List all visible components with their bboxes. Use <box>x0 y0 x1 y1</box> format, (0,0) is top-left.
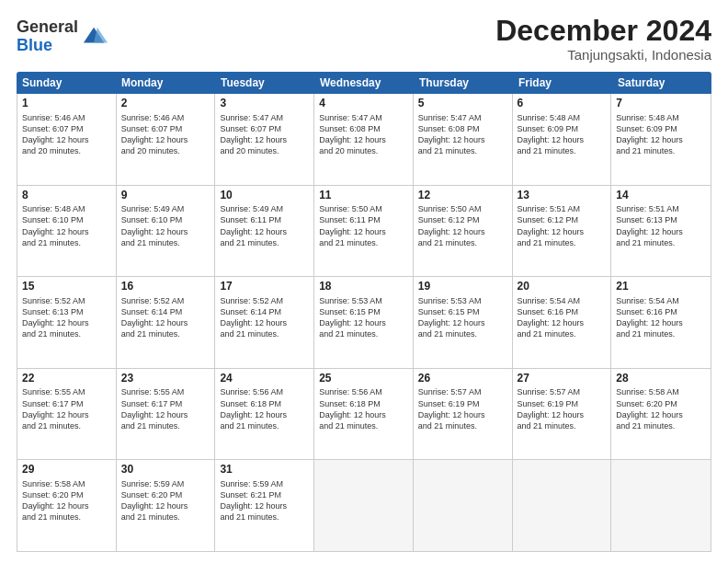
day-number: 26 <box>418 372 507 386</box>
day-number: 11 <box>319 189 408 203</box>
cell-info: Sunrise: 5:47 AM Sunset: 6:08 PM Dayligh… <box>319 112 408 157</box>
calendar-header-cell: Thursday <box>414 72 513 94</box>
cell-info: Sunrise: 5:46 AM Sunset: 6:07 PM Dayligh… <box>121 112 210 157</box>
cell-info: Sunrise: 5:49 AM Sunset: 6:11 PM Dayligh… <box>220 203 309 248</box>
day-number: 21 <box>616 280 706 294</box>
cell-info: Sunrise: 5:48 AM Sunset: 6:09 PM Dayligh… <box>616 112 706 157</box>
cell-info: Sunrise: 5:48 AM Sunset: 6:10 PM Dayligh… <box>22 203 111 248</box>
calendar-cell: 30Sunrise: 5:59 AM Sunset: 6:20 PM Dayli… <box>117 460 216 551</box>
calendar-cell: 14Sunrise: 5:51 AM Sunset: 6:13 PM Dayli… <box>611 186 711 277</box>
calendar-cell: 22Sunrise: 5:55 AM Sunset: 6:17 PM Dayli… <box>17 369 117 460</box>
day-number: 7 <box>616 97 706 111</box>
calendar-cell: 28Sunrise: 5:58 AM Sunset: 6:20 PM Dayli… <box>611 369 711 460</box>
cell-info: Sunrise: 5:58 AM Sunset: 6:20 PM Dayligh… <box>616 386 706 431</box>
cell-info: Sunrise: 5:57 AM Sunset: 6:19 PM Dayligh… <box>518 386 607 431</box>
cell-info: Sunrise: 5:48 AM Sunset: 6:09 PM Dayligh… <box>518 112 607 157</box>
logo-icon <box>82 24 108 50</box>
cell-info: Sunrise: 5:55 AM Sunset: 6:17 PM Dayligh… <box>121 386 210 431</box>
calendar-cell: 20Sunrise: 5:54 AM Sunset: 6:16 PM Dayli… <box>513 277 612 368</box>
day-number: 29 <box>22 463 111 477</box>
calendar-cell <box>414 460 513 551</box>
calendar-cell: 7Sunrise: 5:48 AM Sunset: 6:09 PM Daylig… <box>611 94 711 185</box>
day-number: 24 <box>220 372 309 386</box>
calendar-cell: 6Sunrise: 5:48 AM Sunset: 6:09 PM Daylig… <box>513 94 612 185</box>
calendar-cell: 25Sunrise: 5:56 AM Sunset: 6:18 PM Dayli… <box>314 369 414 460</box>
cell-info: Sunrise: 5:59 AM Sunset: 6:21 PM Dayligh… <box>220 478 309 523</box>
calendar-header-cell: Tuesday <box>215 72 314 94</box>
month-title: December 2024 <box>495 15 711 47</box>
cell-info: Sunrise: 5:52 AM Sunset: 6:14 PM Dayligh… <box>121 295 210 340</box>
cell-info: Sunrise: 5:47 AM Sunset: 6:07 PM Dayligh… <box>220 112 309 157</box>
calendar-cell: 1Sunrise: 5:46 AM Sunset: 6:07 PM Daylig… <box>17 94 117 185</box>
cell-info: Sunrise: 5:57 AM Sunset: 6:19 PM Dayligh… <box>418 386 507 431</box>
calendar-cell: 21Sunrise: 5:54 AM Sunset: 6:16 PM Dayli… <box>611 277 711 368</box>
svg-marker-1 <box>94 28 108 43</box>
cell-info: Sunrise: 5:59 AM Sunset: 6:20 PM Dayligh… <box>121 478 210 523</box>
cell-info: Sunrise: 5:52 AM Sunset: 6:14 PM Dayligh… <box>220 295 309 340</box>
cell-info: Sunrise: 5:53 AM Sunset: 6:15 PM Dayligh… <box>418 295 507 340</box>
calendar-cell: 11Sunrise: 5:50 AM Sunset: 6:11 PM Dayli… <box>314 186 414 277</box>
calendar-cell: 26Sunrise: 5:57 AM Sunset: 6:19 PM Dayli… <box>414 369 513 460</box>
calendar-week: 29Sunrise: 5:58 AM Sunset: 6:20 PM Dayli… <box>17 459 711 551</box>
day-number: 17 <box>220 280 309 294</box>
calendar-cell <box>314 460 414 551</box>
day-number: 25 <box>319 372 408 386</box>
calendar-week: 22Sunrise: 5:55 AM Sunset: 6:17 PM Dayli… <box>17 368 711 460</box>
day-number: 13 <box>518 189 607 203</box>
day-number: 28 <box>616 372 706 386</box>
calendar-week: 1Sunrise: 5:46 AM Sunset: 6:07 PM Daylig… <box>17 94 711 185</box>
cell-info: Sunrise: 5:50 AM Sunset: 6:12 PM Dayligh… <box>418 203 507 248</box>
calendar-header-cell: Wednesday <box>314 72 414 94</box>
cell-info: Sunrise: 5:56 AM Sunset: 6:18 PM Dayligh… <box>220 386 309 431</box>
calendar-cell: 15Sunrise: 5:52 AM Sunset: 6:13 PM Dayli… <box>17 277 117 368</box>
day-number: 6 <box>518 97 607 111</box>
calendar-cell: 23Sunrise: 5:55 AM Sunset: 6:17 PM Dayli… <box>117 369 216 460</box>
day-number: 10 <box>220 189 309 203</box>
cell-info: Sunrise: 5:52 AM Sunset: 6:13 PM Dayligh… <box>22 295 111 340</box>
day-number: 1 <box>22 97 111 111</box>
calendar-cell: 27Sunrise: 5:57 AM Sunset: 6:19 PM Dayli… <box>513 369 612 460</box>
calendar-cell: 13Sunrise: 5:51 AM Sunset: 6:12 PM Dayli… <box>513 186 612 277</box>
title-block: December 2024 Tanjungsakti, Indonesia <box>495 15 711 63</box>
cell-info: Sunrise: 5:58 AM Sunset: 6:20 PM Dayligh… <box>22 478 111 523</box>
calendar-cell: 10Sunrise: 5:49 AM Sunset: 6:11 PM Dayli… <box>215 186 314 277</box>
calendar-week: 8Sunrise: 5:48 AM Sunset: 6:10 PM Daylig… <box>17 185 711 277</box>
logo-blue: Blue <box>17 36 52 54</box>
calendar-cell: 2Sunrise: 5:46 AM Sunset: 6:07 PM Daylig… <box>117 94 216 185</box>
calendar-cell: 29Sunrise: 5:58 AM Sunset: 6:20 PM Dayli… <box>17 460 117 551</box>
calendar-cell <box>611 460 711 551</box>
day-number: 20 <box>518 280 607 294</box>
page: General Blue December 2024 Tanjungsakti,… <box>0 0 728 563</box>
calendar-cell: 16Sunrise: 5:52 AM Sunset: 6:14 PM Dayli… <box>117 277 216 368</box>
day-number: 16 <box>121 280 210 294</box>
calendar-cell: 19Sunrise: 5:53 AM Sunset: 6:15 PM Dayli… <box>414 277 513 368</box>
calendar-body: 1Sunrise: 5:46 AM Sunset: 6:07 PM Daylig… <box>17 94 711 552</box>
cell-info: Sunrise: 5:47 AM Sunset: 6:08 PM Dayligh… <box>418 112 507 157</box>
cell-info: Sunrise: 5:55 AM Sunset: 6:17 PM Dayligh… <box>22 386 111 431</box>
cell-info: Sunrise: 5:51 AM Sunset: 6:13 PM Dayligh… <box>616 203 706 248</box>
calendar-header-cell: Saturday <box>612 72 711 94</box>
calendar-cell <box>513 460 612 551</box>
day-number: 12 <box>418 189 507 203</box>
day-number: 8 <box>22 189 111 203</box>
calendar-header-cell: Sunday <box>17 72 116 94</box>
day-number: 27 <box>518 372 607 386</box>
day-number: 5 <box>418 97 507 111</box>
calendar-header-cell: Monday <box>116 72 215 94</box>
calendar-cell: 4Sunrise: 5:47 AM Sunset: 6:08 PM Daylig… <box>314 94 414 185</box>
logo: General Blue <box>17 18 108 55</box>
calendar-cell: 9Sunrise: 5:49 AM Sunset: 6:10 PM Daylig… <box>117 186 216 277</box>
logo-text: General Blue <box>17 18 78 55</box>
calendar-header-cell: Friday <box>513 72 612 94</box>
cell-info: Sunrise: 5:50 AM Sunset: 6:11 PM Dayligh… <box>319 203 408 248</box>
cell-info: Sunrise: 5:49 AM Sunset: 6:10 PM Dayligh… <box>121 203 210 248</box>
calendar-cell: 17Sunrise: 5:52 AM Sunset: 6:14 PM Dayli… <box>215 277 314 368</box>
day-number: 23 <box>121 372 210 386</box>
cell-info: Sunrise: 5:54 AM Sunset: 6:16 PM Dayligh… <box>518 295 607 340</box>
calendar-week: 15Sunrise: 5:52 AM Sunset: 6:13 PM Dayli… <box>17 276 711 368</box>
cell-info: Sunrise: 5:56 AM Sunset: 6:18 PM Dayligh… <box>319 386 408 431</box>
logo-general: General <box>17 17 78 36</box>
day-number: 3 <box>220 97 309 111</box>
cell-info: Sunrise: 5:53 AM Sunset: 6:15 PM Dayligh… <box>319 295 408 340</box>
calendar-header-row: SundayMondayTuesdayWednesdayThursdayFrid… <box>17 72 711 94</box>
